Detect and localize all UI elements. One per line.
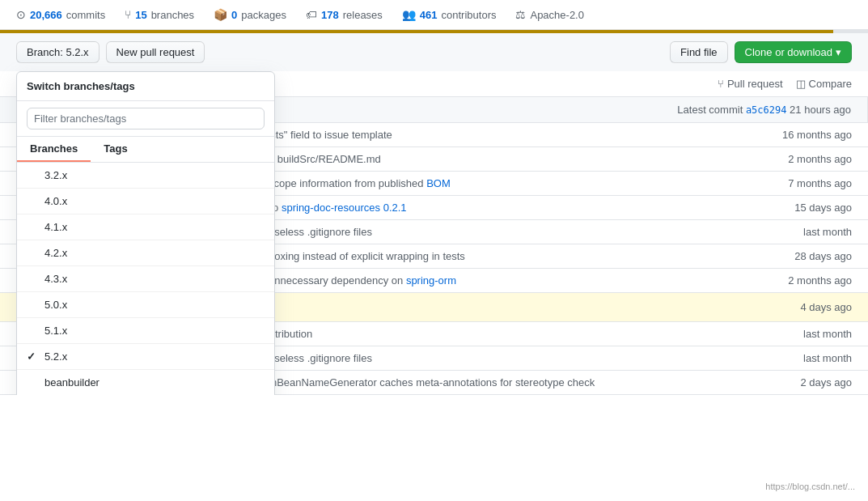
releases-label: releases — [343, 9, 383, 21]
branch-item[interactable]: beanbuilder — [17, 370, 274, 395]
branch-name: 4.1.x — [44, 221, 265, 233]
branch-name: 4.2.x — [44, 247, 265, 259]
action-bar: Branch: 5.2.x New pull request Find file… — [0, 33, 868, 71]
commit-message: Polish contribution — [227, 328, 755, 340]
people-icon: 👥 — [402, 8, 416, 21]
commits-icon: ⊙ — [16, 8, 26, 21]
releases-stat: 🏷 178 releases — [306, 8, 383, 21]
pull-request-label: Pull request — [727, 78, 783, 90]
branches-label: branches — [151, 9, 194, 21]
commit-message: Add "Affects" field to issue template — [227, 129, 755, 141]
releases-count[interactable]: 178 — [321, 9, 339, 21]
branch-item[interactable]: 4.2.x — [17, 240, 274, 266]
latest-commit-prefix: Latest commit — [677, 104, 743, 116]
language-fill — [0, 30, 833, 33]
branch-item[interactable]: 5.0.x — [17, 292, 274, 318]
branch-item[interactable]: 4.3.x — [17, 266, 274, 292]
file-time: 2 months ago — [755, 153, 852, 165]
commit-link[interactable]: spring-doc-resources 0.2.1 — [282, 202, 407, 214]
branch-list: 3.2.x 4.0.x 4.1.x 4.2.x 4.3.x 5.0.x 5.1.… — [17, 163, 274, 395]
tags-tab[interactable]: Tags — [91, 137, 140, 162]
commit-message: Fix typo in buildSrc/README.md — [227, 153, 755, 165]
commit-message: Use autoboxing instead of explicit wrapp… — [227, 250, 755, 262]
file-time: 2 months ago — [755, 274, 852, 287]
action-bar-left: Branch: 5.2.x New pull request — [16, 41, 205, 63]
pull-request-link[interactable]: ⑂ Pull request — [718, 78, 783, 90]
file-time: last month — [755, 352, 852, 364]
file-time: 16 months ago — [755, 129, 852, 141]
branches-count[interactable]: 15 — [135, 9, 146, 21]
tag-icon: 🏷 — [306, 8, 317, 21]
packages-label: packages — [241, 9, 286, 21]
commits-stat: ⊙ 20,666 commits — [16, 8, 105, 21]
branch-name: 3.2.x — [44, 169, 265, 181]
contributors-stat: 👥 461 contributors — [402, 8, 497, 21]
branch-icon: ⑂ — [125, 8, 131, 21]
branch-dropdown: Switch branches/tags Branches Tags 3.2.x… — [16, 71, 275, 395]
package-icon: 📦 — [214, 8, 227, 21]
commit-message: Remove useless .gitignore files — [227, 352, 755, 364]
branches-tab[interactable]: Branches — [17, 137, 91, 162]
commit-message: Upgrade to spring-doc-resources 0.2.1 — [227, 202, 755, 214]
compare-label: Compare — [809, 78, 852, 90]
branch-name: 4.0.x — [44, 195, 265, 207]
file-time: last month — [755, 226, 852, 238]
license-icon: ⚖ — [515, 8, 526, 21]
stats-bar: ⊙ 20,666 commits ⑂ 15 branches 📦 0 packa… — [0, 0, 868, 30]
language-bar — [0, 30, 868, 33]
new-pr-button[interactable]: New pull request — [106, 41, 205, 63]
contributors-count[interactable]: 461 — [420, 9, 438, 21]
file-time: 7 months ago — [755, 177, 852, 189]
branch-item[interactable]: 5.1.x — [17, 318, 274, 344]
packages-stat: 📦 0 packages — [214, 8, 286, 21]
branch-name: 4.3.x — [44, 273, 265, 285]
commits-count[interactable]: 20,666 — [30, 9, 62, 21]
branch-item[interactable]: 4.0.x — [17, 189, 274, 214]
find-file-button[interactable]: Find file — [670, 41, 728, 63]
commits-label: commits — [66, 9, 105, 21]
dropdown-search-wrapper — [17, 101, 274, 137]
commit-link[interactable]: BOM — [426, 177, 451, 189]
dropdown-tabs: Branches Tags — [17, 137, 274, 163]
pr-icon: ⑂ — [718, 78, 724, 90]
commit-time: 21 hours ago — [790, 104, 851, 116]
main-content: Switch branches/tags Branches Tags 3.2.x… — [0, 71, 868, 395]
file-time: 28 days ago — [755, 250, 852, 262]
commit-message: Remove useless .gitignore files — [227, 226, 755, 238]
branch-item[interactable]: 3.2.x — [17, 163, 274, 189]
branch-filter-input[interactable] — [27, 108, 265, 129]
dropdown-header: Switch branches/tags — [17, 72, 274, 101]
branch-selector[interactable]: Branch: 5.2.x — [16, 41, 100, 63]
branch-item[interactable]: ✓ 5.2.x — [17, 344, 274, 370]
commit-message: AnnotationBeanNameGenerator caches meta-… — [227, 376, 755, 388]
commit-message: Remove unnecessary dependency on spring-… — [227, 274, 755, 287]
branches-stat: ⑂ 15 branches — [125, 8, 194, 21]
contributors-label: contributors — [442, 9, 497, 21]
clone-dropdown-icon: ▾ — [836, 46, 841, 58]
file-time: 2 days ago — [755, 376, 852, 388]
file-time: 4 days ago — [755, 301, 852, 313]
clone-button-label: Clone or download — [745, 46, 832, 58]
branch-check-icon: ✓ — [27, 350, 40, 363]
branch-item[interactable]: 4.1.x — [17, 214, 274, 240]
file-time: last month — [755, 328, 852, 340]
compare-icon: ◫ — [796, 78, 806, 90]
file-time: 15 days ago — [755, 202, 852, 214]
commit-message: Remove scope information from published … — [227, 177, 755, 189]
compare-link[interactable]: ◫ Compare — [796, 78, 852, 90]
commit-message: …hing← — [227, 299, 755, 316]
branch-name: 5.1.x — [44, 325, 265, 337]
branch-name: 5.2.x — [44, 350, 265, 363]
license-stat: ⚖ Apache-2.0 — [515, 8, 584, 21]
branch-name: 5.0.x — [44, 299, 265, 311]
branch-name: beanbuilder — [44, 376, 265, 388]
action-bar-right: Find file Clone or download ▾ — [670, 41, 852, 63]
license-label: Apache-2.0 — [530, 9, 584, 21]
commit-link[interactable]: spring-orm — [406, 274, 456, 287]
packages-count[interactable]: 0 — [231, 9, 237, 21]
commit-sha[interactable]: a5c6294 — [746, 104, 787, 116]
clone-button[interactable]: Clone or download ▾ — [735, 41, 852, 63]
